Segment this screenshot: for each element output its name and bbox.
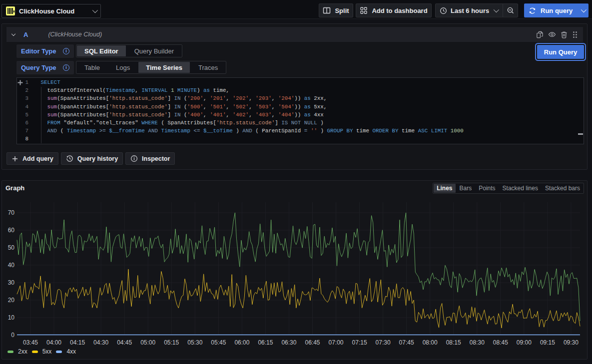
svg-text:09:30: 09:30	[564, 339, 579, 346]
svg-text:70: 70	[8, 209, 15, 216]
svg-text:40: 40	[8, 262, 15, 269]
svg-text:30: 30	[8, 279, 15, 286]
svg-text:05:00: 05:00	[140, 339, 155, 346]
svg-text:08:00: 08:00	[423, 339, 438, 346]
svg-text:03:45: 03:45	[23, 339, 38, 346]
svg-text:60: 60	[8, 227, 15, 234]
svg-text:06:15: 06:15	[258, 339, 273, 346]
svg-text:05:15: 05:15	[164, 339, 179, 346]
svg-text:08:30: 08:30	[470, 339, 485, 346]
svg-text:0: 0	[11, 332, 14, 339]
svg-text:20: 20	[8, 297, 15, 304]
svg-text:07:30: 07:30	[376, 339, 391, 346]
svg-text:07:00: 07:00	[328, 339, 343, 346]
svg-text:07:45: 07:45	[399, 339, 414, 346]
svg-text:04:00: 04:00	[46, 339, 61, 346]
svg-text:04:45: 04:45	[117, 339, 132, 346]
svg-text:09:15: 09:15	[540, 339, 555, 346]
svg-text:05:30: 05:30	[187, 339, 202, 346]
svg-text:08:45: 08:45	[493, 339, 508, 346]
svg-text:06:30: 06:30	[281, 339, 296, 346]
svg-text:04:30: 04:30	[93, 339, 108, 346]
svg-text:10: 10	[8, 314, 15, 321]
svg-text:06:00: 06:00	[234, 339, 249, 346]
svg-text:06:45: 06:45	[305, 339, 320, 346]
svg-text:08:15: 08:15	[446, 339, 461, 346]
svg-text:50: 50	[8, 244, 15, 251]
svg-text:07:15: 07:15	[352, 339, 367, 346]
svg-text:05:45: 05:45	[211, 339, 226, 346]
svg-text:04:15: 04:15	[70, 339, 85, 346]
svg-text:09:00: 09:00	[517, 339, 532, 346]
